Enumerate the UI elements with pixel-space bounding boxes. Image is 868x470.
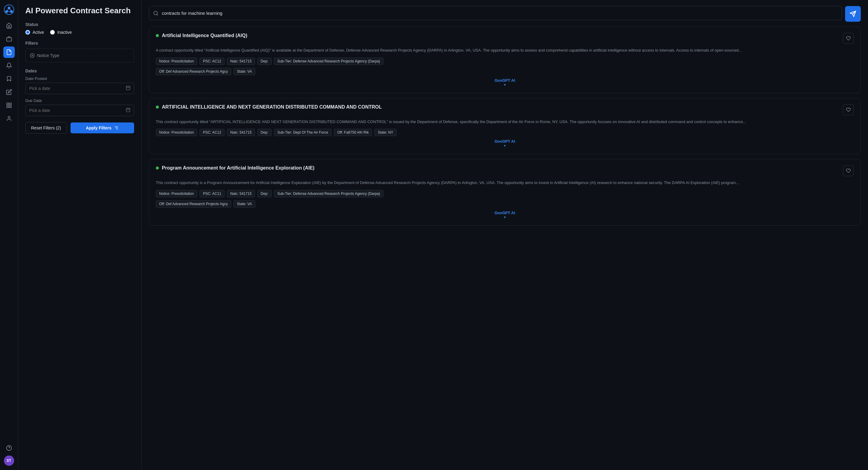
inactive-label: Inactive <box>57 30 72 35</box>
tags-row: Notice: Presolicitation PSC: AC12 Naic: … <box>156 58 854 65</box>
tag: PSC: AC12 <box>199 129 224 136</box>
apply-filters-label: Apply Filters <box>86 125 112 130</box>
tags-row-2: Off: Def Advanced Research Projects Agcy… <box>156 68 854 75</box>
svg-point-29 <box>154 11 157 15</box>
sidebar-bookmark-button[interactable] <box>3 73 15 85</box>
tag: State: NY <box>374 129 396 136</box>
main-content: Artificial Intelligence Quantified (AIQ)… <box>142 0 868 470</box>
svg-rect-9 <box>9 103 11 105</box>
tag: Naic: 541715 <box>227 190 255 197</box>
contract-card: Artificial Intelligence Quantified (AIQ)… <box>149 27 861 93</box>
filters-box: Notice Type <box>25 49 134 62</box>
card-title: Program Announcement for Artificial Inte… <box>156 165 843 171</box>
svg-rect-10 <box>7 106 8 108</box>
card-description: This contract opportunity is a Program A… <box>156 180 854 186</box>
date-posted-label: Date Posted <box>25 76 134 81</box>
tag: Notice: Presolicitation <box>156 58 197 65</box>
tag: Naic: 541715 <box>227 129 255 136</box>
reset-filters-button[interactable]: Reset Filters (2) <box>25 122 67 134</box>
sidebar-person-button[interactable] <box>3 113 15 124</box>
search-input[interactable] <box>149 6 842 20</box>
govgpt-chevron-icon[interactable]: ▾ <box>504 215 506 219</box>
apply-filters-button[interactable]: Apply Filters <box>70 122 134 133</box>
contract-card: Program Announcement for Artificial Inte… <box>149 159 861 226</box>
govgpt-label[interactable]: GovGPT AI <box>495 78 515 83</box>
tag: State: VA <box>234 68 255 75</box>
govgpt-chevron-icon[interactable]: ▾ <box>504 144 506 148</box>
govgpt-chevron-icon[interactable]: ▾ <box>504 83 506 87</box>
tags-row-2: Off: Def Advanced Research Projects Agcy… <box>156 200 854 208</box>
govgpt-section: GovGPT AI ▾ <box>156 78 854 87</box>
search-input-wrapper <box>149 6 842 22</box>
tag: Off: Def Advanced Research Projects Agcy <box>156 68 231 75</box>
tag: Sub-Tier: Defense Advanced Research Proj… <box>274 58 383 65</box>
favorite-button[interactable] <box>843 33 854 44</box>
tag: PSC: AC11 <box>199 190 224 197</box>
tag: Notice: Presolicitation <box>156 190 197 197</box>
card-description: This contract opportunity titled "ARTIFI… <box>156 119 854 125</box>
active-radio[interactable]: Active <box>25 30 44 35</box>
active-indicator <box>156 34 159 37</box>
sidebar-briefcase-button[interactable] <box>3 33 15 45</box>
card-header: ARTIFICIAL INTELLIGENCE AND NEXT GENERAT… <box>156 105 854 115</box>
govgpt-label[interactable]: GovGPT AI <box>495 139 515 144</box>
govgpt-section: GovGPT AI ▾ <box>156 211 854 219</box>
card-header: Artificial Intelligence Quantified (AIQ) <box>156 33 854 44</box>
tag: Dep: <box>257 58 272 65</box>
due-date-wrapper <box>25 105 134 116</box>
sidebar-document-button[interactable] <box>3 47 15 58</box>
tag: Dep: <box>257 129 272 136</box>
filters-label: Filters <box>25 41 134 46</box>
tag: State: VA <box>234 200 255 208</box>
svg-point-0 <box>4 5 13 14</box>
due-date-label: Due Date <box>25 98 134 103</box>
tags-row: Notice: Presolicitation PSC: AC12 Naic: … <box>156 129 854 136</box>
active-indicator <box>156 167 159 170</box>
dates-label: Dates <box>25 68 134 73</box>
add-notice-type-button[interactable]: Notice Type <box>30 53 59 58</box>
govgpt-section: GovGPT AI ▾ <box>156 139 854 148</box>
dates-section: Dates Date Posted Due Date <box>25 68 134 116</box>
active-label: Active <box>33 30 44 35</box>
left-panel: AI Powered Contract Search Status Active… <box>18 0 142 470</box>
sidebar: ST <box>0 0 18 470</box>
inactive-radio[interactable]: Inactive <box>50 30 72 35</box>
status-radio-group: Active Inactive <box>25 30 134 35</box>
results-list: Artificial Intelligence Quantified (AIQ)… <box>142 27 868 470</box>
card-header: Program Announcement for Artificial Inte… <box>156 165 854 176</box>
search-bar <box>142 0 868 27</box>
due-date-input[interactable] <box>25 105 134 116</box>
tag: Naic: 541715 <box>227 58 255 65</box>
sidebar-edit-button[interactable] <box>3 86 15 98</box>
favorite-button[interactable] <box>843 105 854 115</box>
card-title: ARTIFICIAL INTELLIGENCE AND NEXT GENERAT… <box>156 105 843 110</box>
favorite-button[interactable] <box>843 165 854 176</box>
sidebar-grid-button[interactable] <box>3 99 15 111</box>
date-posted-input[interactable] <box>25 83 134 94</box>
search-submit-button[interactable] <box>845 6 861 22</box>
tag: Dep: <box>257 190 272 197</box>
tag: Off: Def Advanced Research Projects Agcy <box>156 200 231 208</box>
card-title: Artificial Intelligence Quantified (AIQ) <box>156 33 843 38</box>
tag: PSC: AC12 <box>199 58 224 65</box>
tag: Sub-Tier: Defense Advanced Research Proj… <box>274 190 383 197</box>
govgpt-label[interactable]: GovGPT AI <box>495 211 515 215</box>
user-avatar[interactable]: ST <box>4 456 14 466</box>
search-icon <box>153 10 158 17</box>
svg-rect-7 <box>6 38 11 41</box>
tags-row: Notice: Presolicitation PSC: AC11 Naic: … <box>156 190 854 197</box>
sidebar-help-button[interactable] <box>3 442 15 454</box>
svg-point-12 <box>8 116 10 119</box>
app-logo <box>4 4 14 15</box>
date-posted-wrapper <box>25 83 134 94</box>
sidebar-bell-button[interactable] <box>3 60 15 71</box>
contract-card: ARTIFICIAL INTELLIGENCE AND NEXT GENERAT… <box>149 98 861 154</box>
svg-rect-8 <box>7 103 8 105</box>
card-description: A contract opportunity titled "Artificia… <box>156 47 854 53</box>
tag: Off: Fa8750 Afri Rik <box>334 129 372 136</box>
sidebar-home-button[interactable] <box>3 20 15 31</box>
svg-line-30 <box>157 14 158 15</box>
tag: Notice: Presolicitation <box>156 129 197 136</box>
svg-rect-11 <box>9 106 11 108</box>
app-title: AI Powered Contract Search <box>25 6 134 16</box>
